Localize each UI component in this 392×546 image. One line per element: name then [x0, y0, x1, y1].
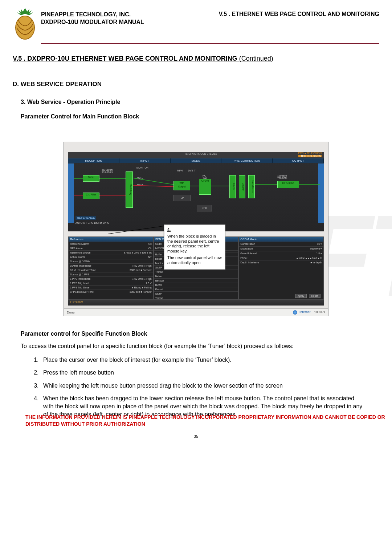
panel-reference-rows: Reference AlarmOkGPS AlarmOkReference So…	[69, 242, 153, 294]
reset-button[interactable]: Reset	[309, 294, 320, 298]
rfout-freq-label: 120dBm 778.000U	[277, 174, 288, 179]
panel-reference-title: Reference	[69, 237, 153, 242]
browser-statusbar: Done Internet 100% ▾	[64, 308, 328, 316]
brand-line2: TECHNOLOGIES	[298, 155, 322, 158]
panel-row: Buffer	[154, 283, 238, 287]
block-clipper[interactable]: Clipper	[239, 175, 245, 198]
panel-row: Source @ 1 PPS	[69, 272, 153, 276]
block-dpd[interactable]: DPD	[197, 205, 212, 211]
company-name: PINEAPPLE TECHNOLOGY, INC.	[41, 11, 144, 19]
block-linear[interactable]: Linear	[229, 175, 236, 198]
pineapple-logo-icon	[13, 7, 37, 41]
topbar-info: TS-SFN MTX-OCN STL-ALB	[184, 153, 217, 155]
reference-row: AUTO AIT GPS 10MHz 1PPS	[75, 222, 109, 224]
brand-logo: PRO ● TELEVISION TECHNOLOGIES	[298, 152, 322, 157]
panel-row: ModulationRatewrd ▾	[239, 246, 323, 251]
intro-paragraph: To access the control panel for a specif…	[21, 342, 379, 350]
asi2-label: ASI-2	[136, 184, 143, 186]
apply-button[interactable]: Apply	[295, 294, 307, 298]
product-name: DXDPRO-10U MODULATOR MANUAL	[41, 19, 144, 26]
panel-row: 1 PPS Trig Level1.0 V	[69, 281, 153, 285]
callout-p1: When the block is placed in the desired …	[167, 234, 222, 254]
callout-number: 4.	[167, 227, 171, 232]
section-title-main: V.5 . DXDPRO-10U ETHERNET WEB PAGE CONTR…	[13, 55, 237, 62]
block-rfoutput[interactable]: RF Output	[277, 181, 299, 188]
block-lp[interactable]: LP	[173, 195, 191, 201]
block-ofdm[interactable]: OFDM	[199, 179, 211, 195]
step-2: Press the left mouse button	[40, 369, 366, 377]
panel-row: Source @ 10MHz	[69, 259, 153, 263]
panel-row: 10 MHz Holdover Time3000 sec ■ Forever	[69, 268, 153, 272]
app-topbar: TS-SFN MTX-OCN STL-ALB PRO ● TELEVISION …	[68, 152, 324, 158]
section-title: V.5 . DXDPRO-10U ETHERNET WEB PAGE CONTR…	[13, 55, 379, 62]
brand-line1: PRO ● TELEVISION	[298, 152, 322, 155]
monitor-label: MONITOR	[136, 166, 148, 169]
block-switching[interactable]: Switching	[126, 171, 133, 208]
status-zoom: 100% ▾	[314, 310, 325, 314]
panel-row: Depth Interleave■ In-depth	[239, 260, 323, 264]
panel-ofdm-rows: Constellation16 ▾ModulationRatewrd ▾Guar…	[239, 242, 323, 264]
panel-row: 10MHz Impedance● 50 Ohm ● High	[69, 263, 153, 268]
header-rule	[41, 43, 379, 44]
dvbt-label: DVB-T	[188, 169, 196, 172]
reference-header: REFERENCE	[75, 216, 96, 220]
heading-3: 3. Web Service - Operation Principle	[21, 99, 379, 105]
block-tuner[interactable]: Tuner	[83, 175, 99, 182]
panel-ofdm: OFDM Mode Constellation16 ▾ModulationRat…	[238, 236, 324, 300]
system-bar: ▸ SYSTEM	[68, 300, 324, 306]
callout-step4: 4. When the block is placed in the desir…	[164, 225, 225, 270]
mfn-label: MFN	[177, 169, 183, 172]
svg-point-0	[16, 16, 34, 39]
band-hdr-input: INPUT	[119, 158, 171, 163]
panel-row: FftCnt● wrtoc ● ● ● hmd ● ttl	[239, 256, 323, 260]
steps-list: Place the cursor over the block of inter…	[31, 356, 379, 418]
panel-row: 1PPS Holdover Time3000 sec ■ Forever	[69, 290, 153, 294]
band-hdr-mode: MODE	[171, 158, 222, 163]
page-number: 35	[13, 434, 379, 438]
panel-row: Transd	[154, 270, 238, 274]
page-header: PINEAPPLE TECHNOLOGY, INC. DXDPRO-10U MO…	[13, 7, 379, 41]
panel-row: GPS AlarmOk	[69, 246, 153, 250]
section-title-continued: (Continued)	[239, 55, 273, 62]
panel-row: Backup	[154, 278, 238, 283]
block-nonlinear[interactable]: Non-Linear	[248, 175, 255, 198]
step-1: Place the cursor over the block of inter…	[40, 356, 366, 364]
tuner-freq-label: TS Safety 218.000U	[102, 169, 113, 174]
panel-row: StuffP	[154, 291, 238, 296]
band-hdr-reception: RECEPTION	[68, 158, 119, 163]
panel-row: Actual sourceINT	[69, 255, 153, 259]
function-block-diagram: RECEPTION INPUT MODE PRE-CORRECTION OUTP…	[68, 158, 324, 231]
panel-reference: Reference Reference AlarmOkGPS AlarmOkRe…	[68, 236, 154, 300]
panel-row: Reference AlarmOk	[69, 242, 153, 246]
header-left: PINEAPPLE TECHNOLOGY, INC. DXDPRO-10U MO…	[41, 11, 144, 26]
footer-proprietary-warning: THE INFORMATION PROVIDED HEREIN IS PINEA…	[25, 414, 392, 428]
heading-parameter-specific: Parameter control for Specific Function …	[21, 331, 379, 337]
panel-row: Constellation16 ▾	[239, 242, 323, 246]
band-hdr-output: OUTPUT	[273, 158, 324, 163]
panel-ofdm-title: OFDM Mode	[239, 237, 323, 242]
panel-row: Packet	[154, 287, 238, 291]
figure-screenshot: TS-SFN MTX-OCN STL-ALB PRO ● TELEVISION …	[64, 142, 328, 316]
heading-parameter-main: Parameter Control for Main Function Bloc…	[21, 113, 379, 120]
heading-d: D. WEB SERVICE OPERATION	[13, 81, 379, 88]
band-hdr-precorrection: PRE-CORRECTION	[221, 158, 273, 163]
internet-icon	[293, 310, 297, 315]
step-3: While keeping the left mouse button pres…	[40, 382, 366, 390]
panel-row: Reference Source● Auto ● GPS ● Ext ● Int	[69, 250, 153, 255]
panel-row: Guard Interval1/8 ▾	[239, 251, 323, 256]
panel-row: 1 PPS Impedance● 50 Ohm ● High	[69, 276, 153, 281]
asi1-label: ASI-1	[136, 177, 143, 179]
status-done: Done	[67, 311, 75, 314]
panel-row: 1 PPS Trig Slope● Rising ● Falling	[69, 285, 153, 290]
panel-row: Netwd	[154, 274, 238, 278]
status-internet: Internet	[299, 310, 311, 314]
block-chfilter[interactable]: Ch. Filter	[83, 193, 99, 199]
callout-p2: The new control panel will now automatic…	[167, 255, 222, 266]
block-output[interactable]: with Output	[173, 181, 190, 190]
header-topic: V.5 . ETHERNET WEB PAGE CONTROL AND MONI…	[219, 11, 379, 17]
